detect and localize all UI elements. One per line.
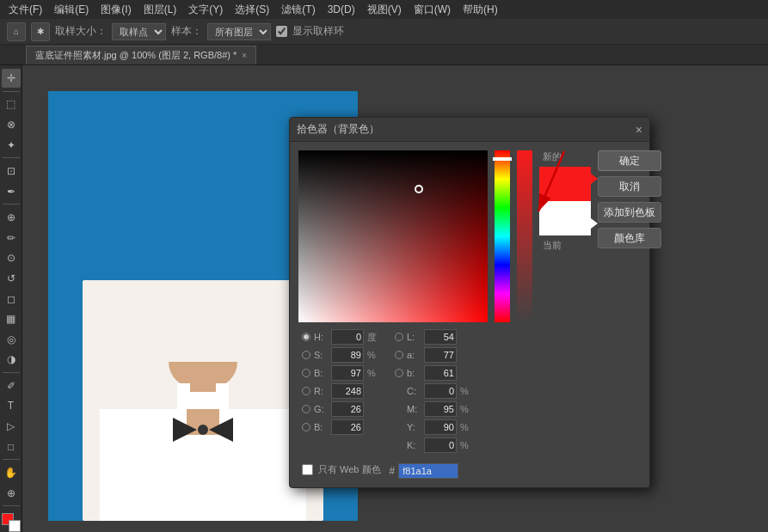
menu-file[interactable]: 文件(F) (3, 1, 47, 19)
input-bv[interactable] (424, 365, 457, 381)
tool-divider-3 (3, 204, 20, 205)
menu-select[interactable]: 选择(S) (230, 1, 274, 19)
web-color-row: 只有 Web 颜色 (302, 463, 381, 476)
home-button[interactable]: ⌂ (7, 22, 26, 41)
add-to-swatches-button[interactable]: 添加到色板 (598, 202, 661, 223)
tool-eyedropper[interactable]: ✒ (2, 182, 21, 201)
label-C: C: (407, 386, 421, 396)
tool-gradient[interactable]: ▦ (2, 309, 21, 328)
unit-C: % (460, 386, 472, 396)
tool-marquee[interactable]: ⬚ (2, 95, 21, 114)
label-G: G: (314, 404, 328, 414)
radio-B[interactable] (302, 369, 310, 377)
canvas-area[interactable]: 拾色器（背景色） × (22, 65, 768, 532)
ok-button[interactable]: 确定 (598, 150, 661, 171)
tool-wand[interactable]: ✦ (2, 136, 21, 155)
radio-a[interactable] (395, 351, 403, 359)
tool-lasso[interactable]: ⊗ (2, 115, 21, 134)
menu-view[interactable]: 视图(V) (362, 1, 407, 19)
background-color[interactable] (9, 520, 21, 532)
menu-image[interactable]: 图像(I) (95, 1, 136, 19)
tool-divider-2 (3, 157, 20, 158)
label-bv: b: (407, 368, 421, 378)
menu-window[interactable]: 窗口(W) (409, 1, 456, 19)
sample-label: 样本： (171, 24, 202, 39)
input-C[interactable] (424, 383, 457, 399)
menu-layer[interactable]: 图层(L) (138, 1, 182, 19)
tab-label: 蓝底证件照素材.jpg @ 100% (图层 2, RGB/8#) * (35, 49, 237, 62)
tool-hand[interactable]: ✋ (2, 463, 21, 482)
tool-eraser[interactable]: ◻ (2, 290, 21, 309)
web-hex-row: 只有 Web 颜色 # (298, 460, 641, 479)
alpha-slider-container[interactable] (517, 150, 532, 322)
hue-slider-container[interactable] (495, 150, 510, 322)
tool-blur[interactable]: ◎ (2, 330, 21, 349)
eyedropper-tool[interactable]: ✱ (31, 22, 50, 41)
tool-pen[interactable]: ✐ (2, 376, 21, 395)
current-color-preview[interactable] (539, 201, 591, 235)
menubar: 文件(F) 编辑(E) 图像(I) 图层(L) 文字(Y) 选择(S) 滤镜(T… (0, 0, 768, 19)
radio-bv[interactable] (395, 369, 403, 377)
input-R[interactable] (331, 383, 364, 399)
color-gradient-picker[interactable] (298, 150, 488, 322)
color-library-button[interactable]: 颜色库 (598, 228, 661, 248)
new-color-preview[interactable] (539, 167, 591, 201)
input-G[interactable] (331, 401, 364, 417)
input-B[interactable] (331, 365, 364, 381)
field-row-R: R: (302, 383, 379, 399)
fg-bg-colors[interactable] (2, 513, 21, 532)
tool-dodge[interactable]: ◑ (2, 350, 21, 369)
label-K: K: (407, 440, 421, 450)
unit-M: % (460, 404, 472, 414)
tool-heal[interactable]: ⊕ (2, 208, 21, 227)
menu-help[interactable]: 帮助(H) (458, 1, 503, 19)
menu-filter[interactable]: 滤镜(T) (276, 1, 320, 19)
field-row-b: b: (395, 365, 472, 381)
cancel-button[interactable]: 取消 (598, 176, 661, 197)
input-S[interactable] (331, 347, 364, 363)
label-Bv: B: (314, 422, 328, 432)
document-tab[interactable]: 蓝底证件照素材.jpg @ 100% (图层 2, RGB/8#) * × (26, 46, 256, 64)
input-Y[interactable] (424, 419, 457, 435)
tool-move[interactable]: ✛ (2, 69, 21, 88)
label-R: R: (314, 386, 328, 396)
field-row-Y: Y: % (395, 419, 472, 435)
new-color-label: 新的 (543, 150, 562, 163)
current-color-label: 当前 (543, 239, 562, 252)
dialog-title: 拾色器（背景色） (297, 122, 379, 137)
dialog-titlebar: 拾色器（背景色） × (290, 118, 649, 142)
input-H[interactable] (331, 329, 364, 345)
radio-R[interactable] (302, 387, 310, 395)
tool-path[interactable]: ▷ (2, 417, 21, 436)
tool-stamp[interactable]: ⊙ (2, 249, 21, 268)
input-Bv[interactable] (331, 419, 364, 435)
show-sampler-label: 显示取样环 (292, 24, 344, 39)
tool-size-select[interactable]: 取样点 (112, 23, 166, 40)
radio-Bv[interactable] (302, 423, 310, 431)
menu-edit[interactable]: 编辑(E) (49, 1, 94, 19)
gradient-bg (298, 150, 488, 322)
input-L[interactable] (424, 329, 457, 345)
tool-history[interactable]: ↺ (2, 269, 21, 288)
menu-3d[interactable]: 3D(D) (323, 2, 360, 17)
input-M[interactable] (424, 401, 457, 417)
hex-input[interactable] (398, 463, 458, 479)
radio-H[interactable] (302, 333, 310, 341)
input-K[interactable] (424, 437, 457, 453)
dialog-close-button[interactable]: × (636, 123, 642, 137)
menu-type[interactable]: 文字(Y) (183, 1, 228, 19)
tool-shape[interactable]: □ (2, 437, 21, 456)
sample-select[interactable]: 所有图层 (207, 23, 271, 40)
web-only-checkbox[interactable] (302, 464, 313, 475)
dialog-buttons: 确定 取消 添加到色板 颜色库 (598, 150, 667, 322)
tool-crop[interactable]: ⊡ (2, 162, 21, 180)
tab-close-button[interactable]: × (242, 51, 247, 60)
tool-brush[interactable]: ✏ (2, 229, 21, 248)
show-sampler-checkbox[interactable] (276, 26, 287, 37)
tool-type[interactable]: T (2, 397, 21, 416)
radio-S[interactable] (302, 351, 310, 359)
tool-zoom[interactable]: ⊕ (2, 484, 21, 503)
radio-L[interactable] (395, 333, 403, 341)
radio-G[interactable] (302, 405, 310, 413)
input-a[interactable] (424, 347, 457, 363)
